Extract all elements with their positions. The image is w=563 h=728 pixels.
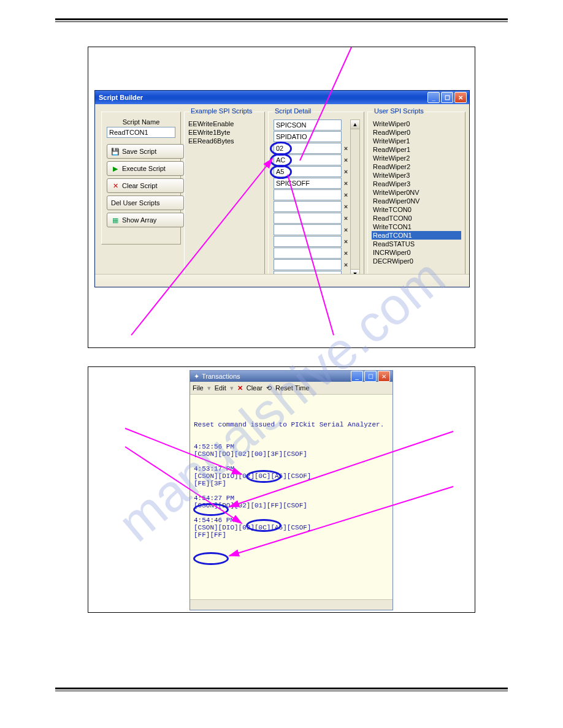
example-item[interactable]: EEWrite1Byte [188, 128, 261, 137]
user-list-item[interactable]: WriteWiper2 [372, 154, 461, 162]
row-clear-icon[interactable]: × [342, 261, 350, 268]
script-detail-input[interactable] [274, 224, 342, 235]
close-button[interactable]: ✕ [454, 92, 467, 103]
user-list-item[interactable]: WriteWiper3 [372, 171, 461, 180]
legend-example: Example SPI Scripts [190, 107, 253, 115]
show-label: Show Array [122, 216, 156, 224]
user-list-item[interactable]: WriteTCON0 [372, 205, 461, 214]
row-clear-icon[interactable]: × [342, 214, 350, 222]
execute-script-button[interactable]: ▶ Execute Script [107, 161, 184, 176]
row-clear-icon[interactable]: × [342, 238, 350, 245]
panel-user-scripts: User SPI Scripts WriteWiper0ReadWiper0Wr… [367, 112, 465, 284]
statusbar [95, 274, 469, 287]
menu-reset[interactable]: Reset Time [275, 384, 310, 392]
user-list-item[interactable]: ReadWiper0 [372, 128, 461, 137]
show-array-button[interactable]: ▦ Show Array [107, 213, 184, 227]
user-list-item[interactable]: WriteWiper1 [372, 137, 461, 145]
annotation-oval-ffff [193, 552, 229, 565]
close-button[interactable]: ✕ [378, 371, 390, 382]
user-list-item[interactable]: ReadSTATUS [372, 240, 461, 248]
row-clear-icon[interactable]: × [342, 226, 350, 233]
user-list-item[interactable]: ReadWiper1 [372, 145, 461, 154]
user-list-item[interactable]: ReadWiper2 [372, 162, 461, 171]
annotation-oval-fe3f [193, 503, 229, 516]
script-detail-input[interactable] [274, 213, 342, 224]
user-list-item[interactable]: ReadWiper0NV [372, 197, 461, 205]
menu-file[interactable]: File [193, 384, 204, 392]
figure-2: ✦ Transactions _ ☐ ✕ File▾ Edit▾ ✕ Clear… [88, 366, 475, 613]
row-clear-icon[interactable]: × [342, 145, 350, 152]
clear-label: Clear Script [122, 182, 157, 189]
clear-script-button[interactable]: ✕ Clear Script [107, 178, 184, 193]
script-detail-input[interactable] [274, 259, 342, 270]
user-list-item[interactable]: WriteWiper0 [372, 119, 461, 128]
row-clear-icon[interactable]: × [342, 180, 350, 187]
script-detail-input[interactable]: SPIDATIO [274, 131, 342, 142]
header-rule [55, 18, 508, 22]
example-item[interactable]: EERead6Bytes [188, 137, 261, 145]
legend-detail: Script Detail [274, 107, 312, 115]
user-list-item[interactable]: ReadTCON0 [372, 214, 461, 222]
table-icon: ▦ [111, 216, 120, 224]
menu-clear[interactable]: Clear [247, 384, 262, 392]
row-clear-icon[interactable]: × [342, 168, 350, 175]
user-list-item[interactable]: INCRWiper0 [372, 248, 461, 257]
maximize-button[interactable]: ☐ [364, 371, 377, 382]
del-label: Del User Scripts [111, 199, 159, 207]
script-detail-row: × [274, 213, 350, 224]
row-clear-icon[interactable]: × [342, 249, 350, 257]
scrollbar[interactable]: ▲ ▼ [350, 119, 360, 279]
user-list-item[interactable]: WriteWiper0NV [372, 188, 461, 197]
trans-title: Transactions [202, 373, 240, 380]
script-detail-row: × [274, 248, 350, 259]
user-list-item[interactable]: WriteTCON1 [372, 222, 461, 231]
script-detail-input[interactable] [274, 189, 342, 200]
user-list-item[interactable]: ReadWiper3 [372, 180, 461, 188]
panel-example-scripts: Example SPI Scripts EEWriteEnable EEWrit… [184, 112, 265, 284]
menu-edit[interactable]: Edit [215, 384, 226, 392]
save-icon: 💾 [111, 148, 120, 156]
save-label: Save Script [122, 148, 156, 155]
del-user-scripts-button[interactable]: Del User Scripts [107, 195, 184, 210]
app-icon: ✦ [194, 373, 199, 381]
panel-actions: Script Name 💾 Save Script ▶ Execute Scri… [101, 112, 181, 245]
script-detail-row: SPICSOFF× [274, 178, 350, 189]
script-detail-row: × [274, 236, 350, 247]
minimize-button[interactable]: _ [351, 371, 363, 382]
annotation-oval-01ff [246, 519, 282, 532]
user-list-item[interactable]: ReadTCON1 [372, 231, 461, 240]
play-icon: ▶ [111, 165, 120, 173]
script-builder-window: Script Builder _ ☐ ✕ Script Name 💾 Save … [94, 90, 470, 287]
trans-statusbar [190, 599, 393, 610]
script-detail-input[interactable]: SPICSOFF [274, 178, 342, 189]
maximize-button[interactable]: ☐ [441, 92, 453, 103]
menubar: File▾ Edit▾ ✕ Clear ⟲ Reset Time [190, 382, 393, 395]
user-list-item[interactable]: DECRWiper0 [372, 257, 461, 265]
row-clear-icon[interactable]: × [342, 156, 350, 164]
script-detail-row: SPICSON [274, 119, 350, 131]
clear-icon: ✕ [111, 182, 120, 190]
example-list[interactable]: EEWriteEnable EEWrite1Byte EERead6Bytes [188, 119, 261, 280]
user-list[interactable]: WriteWiper0ReadWiper0WriteWiper1ReadWipe… [372, 119, 461, 280]
footer-rule [55, 688, 508, 691]
window-title: Script Builder [99, 94, 143, 101]
row-clear-icon[interactable]: × [342, 203, 350, 210]
scroll-up-icon[interactable]: ▲ [351, 120, 359, 129]
row-clear-icon[interactable]: × [342, 191, 350, 199]
script-name-input[interactable] [107, 127, 175, 138]
legend-user: User SPI Scripts [373, 107, 425, 115]
script-detail-row: × [274, 201, 350, 212]
script-detail-input[interactable]: SPICSON [274, 119, 342, 131]
script-detail-input[interactable] [274, 248, 342, 259]
script-detail-input[interactable] [274, 236, 342, 247]
script-detail-input[interactable] [274, 201, 342, 212]
example-item[interactable]: EEWriteEnable [188, 119, 261, 128]
titlebar: Script Builder _ ☐ ✕ [95, 91, 469, 104]
transactions-window: ✦ Transactions _ ☐ ✕ File▾ Edit▾ ✕ Clear… [190, 370, 393, 610]
minimize-button[interactable]: _ [427, 92, 440, 103]
script-detail-row: × [274, 189, 350, 200]
reset-time-icon: ⟲ [266, 384, 272, 392]
save-script-button[interactable]: 💾 Save Script [107, 144, 184, 159]
figure-1: Script Builder _ ☐ ✕ Script Name 💾 Save … [88, 47, 475, 348]
trans-titlebar: ✦ Transactions _ ☐ ✕ [190, 371, 393, 382]
